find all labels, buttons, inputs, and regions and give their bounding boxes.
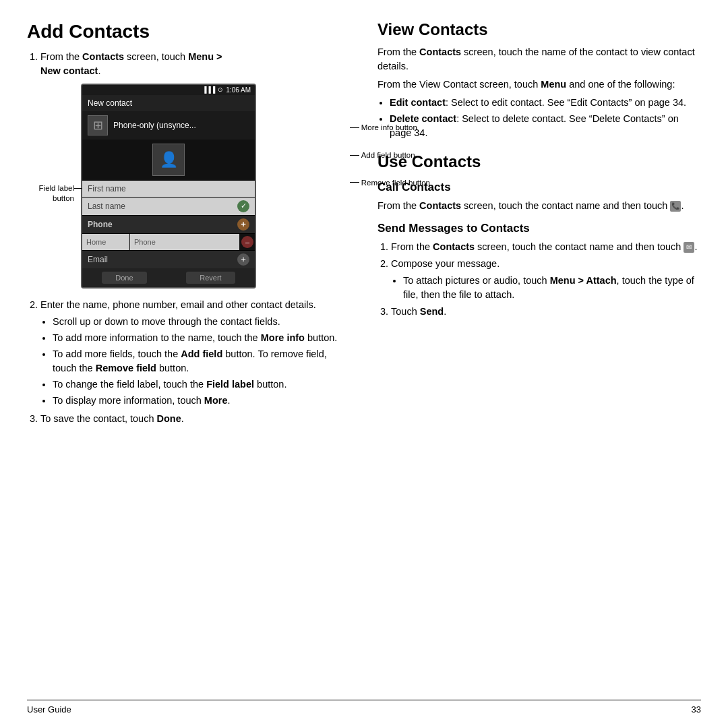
remove-field-line <box>350 182 359 183</box>
done-button[interactable]: Done <box>102 272 146 284</box>
phone-number-field[interactable]: Phone <box>130 234 239 250</box>
more-info-label-text: More info button <box>361 123 417 133</box>
view-contacts-title: View Contacts <box>377 20 701 40</box>
last-name-placeholder: Last name <box>88 202 125 211</box>
send-messages-steps: From the Contacts screen, touch the cont… <box>391 240 701 319</box>
revert-label: Revert <box>200 274 221 282</box>
add-field-line <box>350 155 359 156</box>
add-field-button[interactable]: + <box>237 218 249 231</box>
view-menu-bold: Menu <box>541 79 566 90</box>
message-icon: ✉ <box>684 242 694 253</box>
bullet-scroll: Scroll up or down to move through the co… <box>53 315 351 329</box>
step2-bullets: Scroll up or down to move through the co… <box>53 315 351 408</box>
last-name-field[interactable]: Last name ✓ <box>82 198 255 215</box>
phone-title-bar: New contact <box>82 95 255 111</box>
phone-screenshot-container: Field labelbutton ▐▐▐ ⊙ 1:06 AM New cont… <box>81 84 351 289</box>
right-labels: More info button Add field button Remove… <box>350 123 430 188</box>
add-email-button[interactable]: + <box>237 253 249 266</box>
step-1: From the Contacts screen, touch Menu >Ne… <box>40 50 351 78</box>
view-bullet-delete: Delete contact: Select to delete contact… <box>390 112 701 140</box>
home-field[interactable]: Home <box>82 234 129 250</box>
step1-menu-bold: Menu >New contact <box>40 51 222 76</box>
remove-field-label: Remove field button <box>350 178 430 188</box>
menu-attach-bold: Menu > Attach <box>550 275 617 286</box>
call-contacts-para: From the Contacts screen, touch the cont… <box>377 199 701 213</box>
add-contacts-title: Add Contacts <box>27 20 351 43</box>
first-name-placeholder: First name <box>88 184 126 193</box>
send-step2-bullets: To attach pictures or audio, touch Menu … <box>403 274 701 302</box>
step-3: To save the contact, touch Done. <box>40 412 351 426</box>
account-icon: ⊞ <box>88 115 108 135</box>
field-label-text: Field labelbutton <box>39 184 74 202</box>
add-contacts-steps: From the Contacts screen, touch Menu >Ne… <box>40 50 351 78</box>
first-name-field[interactable]: First name <box>82 181 255 197</box>
field-label-annotation: Field labelbutton <box>26 183 74 204</box>
home-label: Home <box>86 238 106 246</box>
wifi-icon: ⊙ <box>218 86 223 93</box>
step1-contacts-bold: Contacts <box>82 51 124 62</box>
phone-placeholder: Phone <box>134 238 156 246</box>
more-info-label: More info button <box>350 123 430 133</box>
footer: User Guide 33 <box>27 700 701 715</box>
footer-left: User Guide <box>27 704 71 715</box>
remove-field-label-text: Remove field button <box>361 178 430 188</box>
view-contacts-bullets: Edit contact: Select to edit contact. Se… <box>390 96 701 140</box>
send-step-2: Compose your message. To attach pictures… <box>391 257 701 302</box>
person-icon: 👤 <box>160 151 178 169</box>
photo-area: 👤 <box>82 140 255 180</box>
add-field-label-text: Add field button <box>361 150 415 160</box>
call-icon: 📞 <box>670 201 681 212</box>
revert-button[interactable]: Revert <box>186 272 235 284</box>
footer-right: 33 <box>692 704 701 715</box>
view-bullet-edit: Edit contact: Select to edit contact. Se… <box>390 96 701 110</box>
add-field-label: Add field button <box>350 150 430 160</box>
view-contacts-para1: From the Contacts screen, touch the name… <box>377 45 701 73</box>
contact-photo-placeholder: 👤 <box>152 144 185 176</box>
phone-status-bar: ▐▐▐ ⊙ 1:06 AM <box>82 85 255 95</box>
content-area: Add Contacts From the Contacts screen, t… <box>27 20 701 694</box>
step-2: Enter the name, phone number, email and … <box>40 298 351 408</box>
send-contacts-bold: Contacts <box>433 241 475 252</box>
phone-bottom-bar: Done Revert <box>82 268 255 287</box>
add-contacts-steps-2-3: Enter the name, phone number, email and … <box>40 298 351 426</box>
call-contacts-bold: Contacts <box>419 200 461 211</box>
bullet-more-info: To add more information to the name, tou… <box>53 331 351 345</box>
bullet-add-field: To add more fields, touch the Add field … <box>53 347 351 375</box>
bullet-field-label: To change the field label, touch the Fie… <box>53 377 351 392</box>
send-step-1: From the Contacts screen, touch the cont… <box>391 240 701 254</box>
edit-contact-bold: Edit contact <box>390 97 446 108</box>
page: Add Contacts From the Contacts screen, t… <box>0 0 728 728</box>
done-label: Done <box>115 274 133 282</box>
send-step-3: Touch Send. <box>391 305 701 319</box>
left-column: Add Contacts From the Contacts screen, t… <box>27 20 351 694</box>
view-contacts-bold1: Contacts <box>419 47 461 57</box>
phone-input-row: Home Phone – <box>82 234 255 250</box>
phone-title-text: New contact <box>88 98 132 108</box>
send-messages-subtitle: Send Messages to Contacts <box>377 221 701 236</box>
phone-account-row: ⊞ Phone-only (unsynce... <box>82 111 255 140</box>
send-bold: Send <box>420 306 444 317</box>
email-label: Email <box>88 255 108 264</box>
view-contacts-para2: From the View Contact screen, touch Menu… <box>377 78 701 92</box>
phone-label-text: Phone <box>88 220 113 229</box>
right-column: View Contacts From the Contacts screen, … <box>377 20 701 694</box>
remove-field-button[interactable]: – <box>241 236 253 248</box>
attach-bullet: To attach pictures or audio, touch Menu … <box>403 274 701 302</box>
more-info-line <box>350 127 359 128</box>
phone-screen: ▐▐▐ ⊙ 1:06 AM New contact ⊞ Phone-only (… <box>81 84 256 289</box>
bullet-more: To display more information, touch More. <box>53 394 351 408</box>
more-info-button[interactable]: ✓ <box>237 200 249 212</box>
signal-icon: ▐▐▐ <box>202 86 215 93</box>
status-time: 1:06 AM <box>226 86 251 94</box>
account-label: Phone-only (unsynce... <box>113 121 196 130</box>
email-row: Email + <box>82 251 255 268</box>
phone-section-label: Phone + <box>82 216 255 233</box>
